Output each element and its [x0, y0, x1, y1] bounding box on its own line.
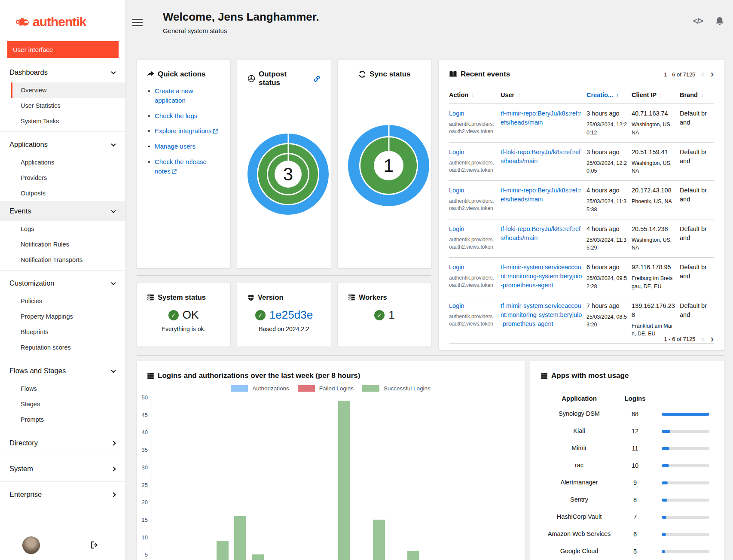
column-header-brand[interactable]: Brand↕ — [680, 91, 714, 98]
nav-divider — [0, 481, 125, 482]
app-usage-row: Sentry8 — [541, 491, 714, 508]
event-action-link[interactable]: Login — [449, 302, 464, 309]
app-usage-row: Synology DSM68 — [541, 405, 714, 423]
workers-value: 1 — [388, 308, 394, 322]
version-value-link[interactable]: 1e25d3e — [269, 308, 313, 322]
sort-icon[interactable]: ↕ — [701, 92, 704, 98]
sidebar-item-property-mappings[interactable]: Property Mappings — [0, 309, 125, 324]
sidebar-item-system-tasks[interactable]: System Tasks — [0, 113, 125, 129]
column-header-action[interactable]: Action↕ — [449, 91, 501, 98]
pagination-prev-button[interactable]: ‹ — [701, 71, 704, 77]
event-action-link[interactable]: Login — [449, 187, 464, 194]
sidebar-item-applications[interactable]: Applications — [0, 155, 125, 170]
sidebar-item-notification-transports[interactable]: Notification Transports — [0, 252, 125, 268]
external-link-icon — [212, 127, 218, 134]
app-usage-bar-fill — [662, 464, 669, 467]
quick-action-link-manage-users[interactable]: Manage users — [155, 143, 195, 150]
sort-icon[interactable]: ↕ — [471, 92, 474, 98]
event-context: authentik.providers.​oauth2.views.token — [449, 198, 496, 213]
event-brand-cell: Default brand — [680, 225, 714, 253]
event-action-link[interactable]: Login — [449, 149, 464, 155]
app-usage-row: rac10 — [541, 457, 714, 474]
sidebar-section-applications[interactable]: Applications — [0, 134, 125, 155]
apps-usage-rows: Synology DSM68Kiali12Mimir11rac10Alertma… — [541, 405, 714, 560]
column-header-client-ip[interactable]: Client IP↕ — [632, 91, 680, 98]
column-header-user[interactable]: User↕ — [501, 91, 586, 98]
sync-status-value: 1 — [384, 155, 394, 176]
api-code-icon[interactable]: </> — [693, 17, 703, 26]
column-header-creatio[interactable]: Creatio...↑ — [586, 91, 632, 98]
event-geo: Washington, US, NA — [632, 236, 675, 253]
avatar[interactable] — [22, 536, 40, 554]
pagination-prev-button[interactable]: ‹ — [701, 336, 704, 342]
sort-ascending-icon[interactable]: ↑ — [616, 92, 619, 98]
sidebar-section-system[interactable]: System — [0, 459, 125, 479]
y-tick-label: 35 — [137, 447, 148, 453]
y-tick-label: 45 — [137, 411, 148, 418]
link-icon[interactable] — [313, 75, 321, 82]
y-tick-label: 50 — [137, 394, 148, 401]
event-geo: Washington, US, NA — [632, 121, 675, 137]
event-action-link[interactable]: Login — [449, 110, 464, 117]
sidebar-section-directory[interactable]: Directory — [0, 433, 125, 453]
sidebar-item-flows[interactable]: Flows — [0, 381, 125, 396]
pagination-next-button[interactable]: › — [711, 71, 714, 77]
sign-out-icon[interactable] — [90, 541, 99, 549]
events-table-header: Action↕User↕Creatio...↑Client IP↕Brand↕ — [449, 88, 714, 103]
event-user-link[interactable]: tf-mimir-repo:BeryJu/k8s:ref:refs/heads/… — [501, 110, 581, 126]
event-user-link[interactable]: tf-loki-repo:BeryJu/k8s:ref:refs/heads/m… — [501, 225, 580, 241]
user-interface-button[interactable]: User interface — [7, 41, 119, 58]
event-user-link[interactable]: tf-mimir-system:serviceaccount:monitorin… — [501, 264, 582, 289]
app-name: Alertmanager — [541, 478, 618, 487]
sidebar-section-events[interactable]: Events — [0, 201, 125, 221]
apps-usage-card: Apps with most usage Application Logins … — [530, 361, 724, 560]
app-login-count: 9 — [618, 479, 652, 486]
sidebar-section-dashboards[interactable]: Dashboards — [0, 62, 125, 82]
sidebar-item-user-statistics[interactable]: User Statistics — [0, 98, 125, 113]
app-usage-row: Google Cloud5 — [541, 543, 714, 560]
event-user-link[interactable]: tf-mimir-system:serviceaccount:monitorin… — [501, 302, 582, 327]
logo-wordmark: authentik — [33, 15, 86, 29]
event-client-ip-cell: 92.116.178.95Freiburg im Breisgau, DE, E… — [632, 263, 680, 291]
sidebar-item-notification-rules[interactable]: Notification Rules — [0, 237, 125, 252]
quick-action-link-check-the-logs[interactable]: Check the logs — [155, 112, 197, 119]
sidebar-item-stages[interactable]: Stages — [0, 396, 125, 412]
sidebar-item-overview[interactable]: Overview — [11, 82, 125, 98]
event-action-link[interactable]: Login — [449, 264, 464, 271]
sort-icon[interactable]: ↕ — [660, 92, 663, 98]
pagination-next-button[interactable]: › — [711, 336, 714, 342]
sidebar-section-customization[interactable]: Customization — [0, 273, 125, 293]
app-usage-bar-fill — [662, 516, 666, 519]
y-tick-label: 20 — [137, 499, 148, 505]
external-link-icon — [171, 167, 177, 175]
chart-legend: AuthorizationsFailed LoginsSuccessful Lo… — [137, 385, 525, 392]
sidebar-section-flows-and-stages[interactable]: Flows and Stages — [0, 361, 125, 381]
sidebar-bottom — [0, 532, 125, 558]
y-tick-label: 30 — [137, 464, 148, 470]
hamburger-menu-icon[interactable] — [132, 17, 143, 28]
sort-icon[interactable]: ↕ — [517, 92, 520, 98]
sidebar-item-blueprints[interactable]: Blueprints — [0, 324, 125, 340]
sync-status-donut: 1 — [348, 125, 429, 206]
quick-action-link-check-the-release-notes[interactable]: Check the release notes — [155, 158, 207, 175]
legend-label: Authorizations — [252, 385, 289, 392]
sidebar-item-prompts[interactable]: Prompts — [0, 412, 125, 427]
nav-divider — [0, 131, 125, 132]
event-user-link[interactable]: tf-mimir-repo:BeryJu/k8s:ref:refs/heads/… — [501, 187, 581, 203]
quick-action-link-explore-integrations[interactable]: Explore integrations — [155, 127, 218, 134]
notification-bell-icon[interactable] — [715, 16, 724, 26]
sidebar-item-logs[interactable]: Logs — [0, 221, 125, 237]
event-action-link[interactable]: Login — [449, 225, 464, 232]
wheel-icon — [247, 75, 255, 82]
sidebar-item-policies[interactable]: Policies — [0, 293, 125, 309]
sidebar-item-outposts[interactable]: Outposts — [0, 186, 125, 201]
sidebar-section-enterprise[interactable]: Enterprise — [0, 484, 125, 505]
sidebar-item-providers[interactable]: Providers — [0, 170, 125, 186]
table-row: Loginauthentik.providers.​oauth2.views.t… — [449, 142, 714, 181]
event-user-link[interactable]: tf-loki-repo:BeryJu/k8s:ref:refs/heads/m… — [501, 149, 580, 164]
sidebar-nav: DashboardsOverviewUser StatisticsSystem … — [0, 62, 125, 505]
quick-action-link-create-a-new-application[interactable]: Create a new application — [155, 87, 193, 104]
event-brand-cell: Default brand — [680, 148, 714, 176]
sidebar-item-reputation-scores[interactable]: Reputation scores — [0, 340, 125, 355]
event-user-cell: tf-mimir-system:serviceaccount:monitorin… — [501, 263, 586, 291]
